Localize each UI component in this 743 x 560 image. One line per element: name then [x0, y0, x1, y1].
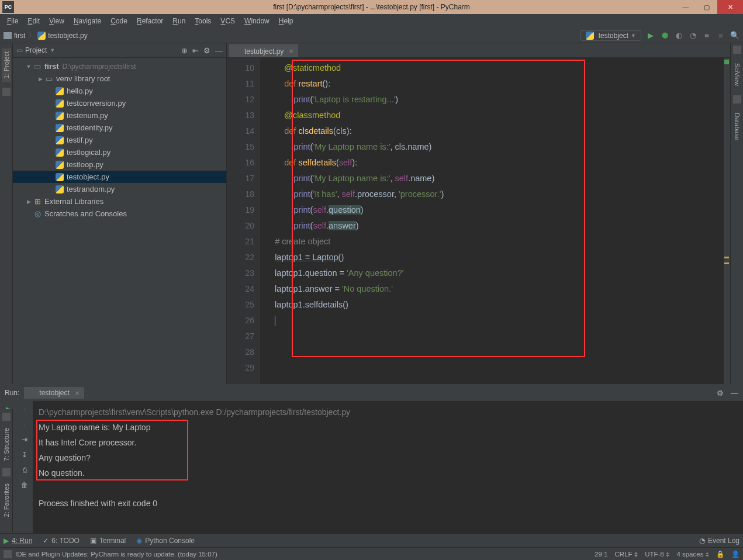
tree-file-testif-py[interactable]: testif.py: [13, 134, 226, 146]
down-icon[interactable]: ↓: [20, 420, 29, 429]
tree-root[interactable]: ▼▭firstD:\pycharmprojects\first: [13, 60, 226, 72]
right-gutter: SciView Database: [730, 43, 743, 384]
encoding[interactable]: UTF-8 ‡: [645, 551, 669, 558]
editor-tab[interactable]: testobject.py ✕: [229, 44, 298, 57]
run-config-label: testobject: [599, 32, 628, 40]
debug-button[interactable]: ⬢: [660, 31, 669, 40]
close-tab-icon[interactable]: ✕: [289, 48, 293, 54]
python-file-icon: [234, 47, 241, 55]
menu-help[interactable]: Help: [275, 16, 297, 26]
collapse-icon[interactable]: ⇤: [192, 46, 199, 55]
run-panel-header: Run: testobject ✕ ⚙ —: [0, 385, 743, 401]
menu-navigate[interactable]: Navigate: [70, 16, 105, 26]
stop-button[interactable]: ■: [716, 31, 725, 40]
project-tool-tab[interactable]: 1: Project: [2, 48, 11, 82]
structure-tab[interactable]: 7: Structure: [2, 424, 11, 465]
code-area[interactable]: @staticmethod def restart(): print('Lapt…: [260, 58, 723, 384]
console-output[interactable]: D:\pycharmprojects\first\venv\Scripts\py…: [33, 401, 743, 533]
python-file-icon: [37, 32, 46, 40]
python-icon: [586, 32, 594, 40]
tree-file-testloop-py[interactable]: testloop.py: [13, 158, 226, 171]
navbar: first 〉 testobject.py testobject ▼ ▶ ⬢ ◐…: [0, 28, 743, 43]
minimize-button[interactable]: —: [675, 0, 696, 14]
trash-icon[interactable]: 🗑: [20, 481, 29, 490]
menu-window[interactable]: Window: [241, 16, 273, 26]
project-tree[interactable]: ▼▭firstD:\pycharmprojects\first▶▭venv li…: [13, 58, 226, 384]
coverage-button[interactable]: ◐: [674, 31, 683, 40]
tree-scratches[interactable]: ◎Scratches and Consoles: [13, 208, 226, 220]
project-panel: ▭ Project ▼ ⊕ ⇤ ⚙ — ▼▭firstD:\pycharmpro…: [13, 43, 227, 384]
tree-venv[interactable]: ▶▭venv library root: [13, 72, 226, 85]
run-button[interactable]: ▶: [646, 31, 655, 40]
tree-external-libs[interactable]: ▶⊞External Libraries: [13, 195, 226, 208]
concurrency-button[interactable]: ≡: [702, 31, 711, 40]
locate-icon[interactable]: ⊕: [181, 46, 188, 55]
hector-icon[interactable]: 👤: [731, 550, 739, 558]
menu-file[interactable]: File: [4, 16, 22, 26]
close-button[interactable]: ✕: [717, 0, 743, 14]
breadcrumb-project[interactable]: first: [14, 32, 25, 40]
lock-icon[interactable]: 🔒: [716, 550, 724, 558]
tree-file-testobject-py[interactable]: testobject.py: [13, 171, 226, 183]
menu-tools[interactable]: Tools: [191, 16, 215, 26]
run-panel: Run: testobject ✕ ⚙ — ▶ ■ ‖ ⏏ ✕ ↑ ↓ ⇥ ↧ …: [0, 384, 743, 533]
inspection-ok-icon: [724, 60, 729, 64]
terminal-bottom-tab[interactable]: ▣Terminal: [90, 537, 126, 545]
print-icon[interactable]: ⎙: [20, 465, 29, 475]
run-config-selector[interactable]: testobject ▼: [580, 30, 641, 41]
sciview-tab[interactable]: SciView: [732, 60, 742, 89]
breadcrumb-sep: 〉: [29, 31, 35, 40]
run-body: ▶ ■ ‖ ⏏ ✕ ↑ ↓ ⇥ ↧ ⎙ 🗑 D:\pycharmprojects…: [0, 401, 743, 533]
warning-marker[interactable]: [724, 262, 729, 264]
line-separator[interactable]: CRLF ‡: [615, 551, 638, 558]
gutter-icon[interactable]: [733, 46, 741, 54]
left-gutter: 1: Project: [0, 43, 13, 384]
project-panel-title[interactable]: ▭ Project ▼: [16, 46, 55, 54]
gutter-icon[interactable]: [733, 95, 741, 103]
gutter-icon[interactable]: [2, 413, 11, 421]
indent[interactable]: 4 spaces ‡: [676, 551, 709, 558]
maximize-button[interactable]: ▢: [696, 0, 717, 14]
database-tab[interactable]: Database: [732, 109, 742, 144]
statusbar-icon[interactable]: [4, 550, 12, 558]
tree-file-hello-py[interactable]: hello.py: [13, 85, 226, 97]
run-bottom-tab[interactable]: ▶4: Run: [4, 537, 32, 545]
warning-marker[interactable]: [724, 257, 729, 258]
tree-file-testrandom-py[interactable]: testrandom.py: [13, 183, 226, 195]
event-log-tab[interactable]: ◔Event Log: [699, 537, 739, 545]
tree-file-testenum-py[interactable]: testenum.py: [13, 109, 226, 122]
profile-button[interactable]: ◔: [688, 31, 697, 40]
run-tab[interactable]: testobject ✕: [24, 387, 84, 399]
tree-file-testlogical-py[interactable]: testlogical.py: [13, 146, 226, 158]
main-area: 1: Project ▭ Project ▼ ⊕ ⇤ ⚙ — ▼▭firstD:…: [0, 43, 743, 384]
menu-code[interactable]: Code: [107, 16, 131, 26]
run-tab-label: testobject: [39, 389, 69, 397]
line-gutter: 1011121314151617181920212223242526272829: [227, 58, 260, 384]
gutter-icon[interactable]: [2, 468, 11, 476]
search-everywhere-button[interactable]: 🔍: [730, 31, 739, 40]
run-settings-icon[interactable]: ⚙: [717, 389, 724, 397]
breadcrumb-file[interactable]: testobject.py: [48, 32, 87, 40]
wrap-icon[interactable]: ⇥: [20, 435, 29, 444]
menu-run[interactable]: Run: [169, 16, 189, 26]
close-icon[interactable]: ✕: [75, 390, 80, 396]
menu-view[interactable]: View: [46, 16, 68, 26]
dropdown-icon: ▼: [631, 33, 636, 39]
editor-body[interactable]: 1011121314151617181920212223242526272829…: [227, 58, 730, 384]
menu-vcs[interactable]: VCS: [217, 16, 239, 26]
menu-refactor[interactable]: Refactor: [133, 16, 167, 26]
menu-edit[interactable]: Edit: [24, 16, 43, 26]
favorites-tab[interactable]: 2: Favorites: [2, 480, 11, 520]
tree-file-testidentity-py[interactable]: testidentity.py: [13, 122, 226, 134]
hide-run-icon[interactable]: —: [731, 389, 738, 397]
todo-bottom-tab[interactable]: ✓6: TODO: [43, 537, 80, 545]
caret-position[interactable]: 29:1: [595, 551, 607, 558]
settings-icon[interactable]: ⚙: [203, 46, 210, 55]
up-icon[interactable]: ↑: [20, 405, 29, 414]
tree-file-testconversion-py[interactable]: testconversion.py: [13, 97, 226, 109]
hide-icon[interactable]: —: [215, 46, 223, 55]
gutter-icon[interactable]: [2, 88, 11, 96]
editor-scrollbar[interactable]: [723, 58, 730, 384]
python-console-bottom-tab[interactable]: ◉Python Console: [136, 537, 195, 545]
scroll-icon[interactable]: ↧: [20, 450, 29, 459]
